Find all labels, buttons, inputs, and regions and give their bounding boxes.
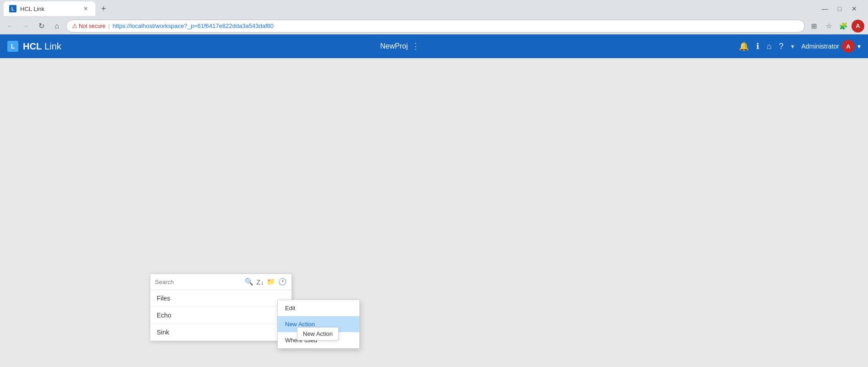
- address-bar[interactable]: Not secure | https://localhost/workspace…: [66, 20, 805, 33]
- forward-button[interactable]: →: [19, 20, 32, 33]
- admin-label: Administrator: [802, 43, 839, 50]
- address-divider: |: [108, 22, 110, 29]
- folder-icon[interactable]: 📁: [267, 278, 275, 286]
- bell-icon[interactable]: 🔔: [739, 41, 749, 51]
- app-logo-icon: L: [7, 41, 18, 52]
- app-header-center: NewProj ⋮: [61, 41, 739, 51]
- bookmark-icon[interactable]: ☆: [822, 20, 835, 33]
- toolbar-icons: ⊞ ☆ 🧩 A: [808, 20, 864, 33]
- help-icon[interactable]: ?: [779, 42, 784, 51]
- info-icon[interactable]: ℹ: [756, 41, 759, 51]
- admin-avatar: A: [842, 40, 855, 53]
- app-header: L HCL Link NewProj ⋮ 🔔 ℹ ⌂ ? ▾ Administr…: [0, 34, 868, 58]
- tab-bar: L HCL Link ✕ + — □ ✕: [0, 0, 868, 17]
- security-warning: Not secure: [72, 22, 105, 29]
- back-button[interactable]: ←: [4, 20, 16, 33]
- panel-search-row: 🔍 Z↓ 📁 🕐: [150, 274, 291, 290]
- tab-close-button[interactable]: ✕: [82, 5, 90, 13]
- new-tab-button[interactable]: +: [97, 2, 110, 15]
- search-icon[interactable]: 🔍: [245, 278, 253, 286]
- app-logo-hcl: HCL: [23, 41, 42, 52]
- browser-tab[interactable]: L HCL Link ✕: [4, 1, 95, 16]
- clock-icon[interactable]: 🕐: [278, 278, 287, 286]
- address-bar-row: ← → ↻ ⌂ Not secure | https://localhost/w…: [0, 17, 868, 34]
- puzzle-icon[interactable]: 🧩: [837, 20, 850, 33]
- home-button[interactable]: ⌂: [50, 20, 63, 33]
- main-content: 🔍 Z↓ 📁 🕐 Files Echo Sink Edit New Action…: [0, 58, 868, 367]
- tab-title: HCL Link: [20, 5, 44, 12]
- new-action-tooltip: New Action: [297, 327, 339, 340]
- sort-icon[interactable]: Z↓: [256, 278, 264, 286]
- file-panel: 🔍 Z↓ 📁 🕐 Files Echo Sink: [150, 274, 292, 341]
- address-url: https://localhost/workspace?_p=61f6417e8…: [112, 22, 274, 29]
- list-item-files[interactable]: Files: [150, 290, 291, 307]
- profile-icon[interactable]: A: [852, 20, 864, 33]
- list-item-sink[interactable]: Sink: [150, 324, 291, 341]
- admin-user[interactable]: Administrator A ▾: [802, 40, 861, 53]
- project-name: NewProj: [380, 42, 407, 50]
- minimize-button[interactable]: —: [819, 2, 831, 15]
- tab-favicon: L: [9, 5, 16, 12]
- app-logo-link: Link: [44, 41, 61, 52]
- browser-chrome: L HCL Link ✕ + — □ ✕ ← → ↻ ⌂ Not secure …: [0, 0, 868, 34]
- app-header-right: 🔔 ℹ ⌂ ? ▾ Administrator A ▾: [739, 40, 861, 53]
- admin-chevron: ▾: [857, 43, 861, 50]
- project-more-icon[interactable]: ⋮: [412, 41, 420, 51]
- context-menu-edit[interactable]: Edit: [278, 300, 359, 316]
- app-logo: L HCL Link: [7, 41, 61, 52]
- list-item-echo[interactable]: Echo: [150, 307, 291, 324]
- search-input[interactable]: [155, 279, 242, 285]
- refresh-button[interactable]: ↻: [35, 20, 48, 33]
- close-window-button[interactable]: ✕: [848, 2, 861, 15]
- context-menu: Edit New Action Where used: [277, 300, 360, 349]
- maximize-button[interactable]: □: [833, 2, 846, 15]
- window-controls: — □ ✕: [819, 2, 864, 15]
- header-dropdown-icon[interactable]: ▾: [791, 43, 794, 50]
- extensions-icon[interactable]: ⊞: [808, 20, 820, 33]
- home-icon[interactable]: ⌂: [767, 42, 772, 51]
